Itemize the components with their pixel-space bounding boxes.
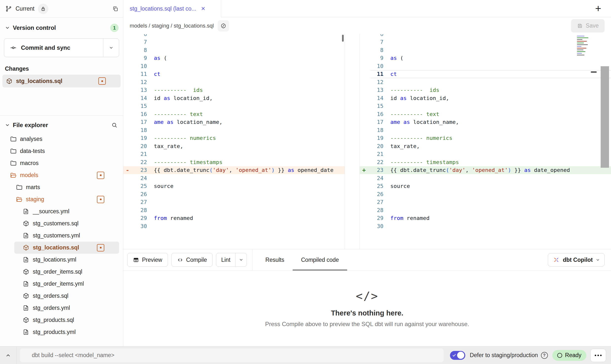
code-line[interactable]: 29from renamed (360, 214, 611, 222)
code-line[interactable]: 28 (360, 206, 611, 214)
code-line[interactable]: 15 (123, 102, 345, 110)
code-line[interactable]: 24 (360, 174, 611, 182)
code-line[interactable]: 9as ( (360, 54, 611, 62)
code-line[interactable]: 14id as location_id, (123, 94, 345, 102)
code-line[interactable]: 24 (123, 174, 345, 182)
code-line[interactable]: 22---------- timestamps (360, 158, 611, 166)
duplicate-tab-icon[interactable] (112, 6, 119, 12)
code-line[interactable]: 9as ( (123, 54, 345, 62)
save-button[interactable]: Save (571, 19, 605, 33)
tab-compiled-code[interactable]: Compiled code (293, 249, 347, 270)
code-line[interactable]: 25source (123, 182, 345, 190)
command-input[interactable]: dbt build --select <model_name> (20, 348, 444, 362)
tab-stg-locations[interactable]: stg_locations.sql (last co... × (123, 0, 221, 17)
code-line[interactable]: 16---------- text (360, 110, 611, 118)
tree-item[interactable]: stg_locations.yml (0, 254, 119, 266)
code-line[interactable]: 10 (360, 62, 611, 70)
code-line[interactable]: 26 (360, 190, 611, 198)
code-line[interactable]: +23{{ dbt.date_trunc('day', 'opened_at')… (360, 166, 611, 174)
tree-item[interactable]: staging (0, 193, 119, 205)
code-line[interactable]: 20tax_rate, (123, 142, 345, 150)
code-line[interactable]: 17ame as location_name, (360, 118, 611, 126)
code-line[interactable]: 20tax_rate, (360, 142, 611, 150)
tree-item[interactable]: stg_customers.yml (0, 230, 119, 242)
code-line[interactable]: 16---------- text (123, 110, 345, 118)
tree-item[interactable]: analyses (0, 133, 119, 145)
code-line[interactable]: 12 (123, 78, 345, 86)
code-line[interactable]: 30 (360, 222, 611, 230)
code-line[interactable]: 11ct (360, 70, 611, 78)
code-line[interactable]: 15 (360, 102, 611, 110)
code-line[interactable]: 18 (360, 126, 611, 134)
diff-pane-original[interactable]: 6789as (1011ct1213---------- ids14id as … (123, 34, 345, 249)
more-options-button[interactable] (590, 349, 606, 362)
code-line[interactable]: 30 (123, 222, 345, 230)
minimap[interactable] (575, 35, 592, 58)
pane-scrollbar-thumb[interactable] (342, 35, 344, 42)
tree-item[interactable]: models (0, 169, 119, 181)
compile-button[interactable]: Compile (171, 253, 213, 267)
tree-item[interactable]: marts (0, 181, 119, 193)
code-line[interactable]: 8 (360, 46, 611, 54)
version-control-header[interactable]: Version control 1 (0, 22, 123, 33)
expand-command-bar-button[interactable] (0, 347, 16, 364)
code-line[interactable]: 14id as location_id, (360, 94, 611, 102)
code-line[interactable]: 29from renamed (123, 214, 345, 222)
tree-item[interactable]: stg_products.yml (0, 326, 119, 338)
code-line[interactable]: 6 (123, 34, 345, 38)
code-text: id as location_id, (147, 95, 213, 101)
code-line[interactable]: 19---------- numerics (360, 134, 611, 142)
code-line[interactable]: 10 (123, 62, 345, 70)
tree-item[interactable]: stg_products.sql (0, 314, 119, 326)
search-icon[interactable] (111, 122, 118, 128)
code-line[interactable]: 22---------- timestamps (123, 158, 345, 166)
tree-item[interactable]: stg_orders.sql (0, 290, 119, 302)
tree-item[interactable]: stg_order_items.yml (0, 278, 119, 290)
commit-options-caret[interactable] (103, 39, 119, 57)
tree-item[interactable]: stg_orders.yml (0, 302, 119, 314)
defer-toggle[interactable] (450, 351, 465, 360)
close-icon[interactable]: × (201, 5, 205, 12)
lineage-chip[interactable] (218, 20, 229, 32)
status-ready-badge[interactable]: Ready (552, 350, 586, 361)
tree-item[interactable]: data-tests (0, 145, 119, 157)
preview-button[interactable]: Preview (127, 253, 168, 267)
code-line[interactable]: 19---------- numerics (123, 134, 345, 142)
tree-item[interactable]: __sources.yml (0, 205, 119, 217)
diff-pane-modified[interactable]: 6789as (1011ct1213---------- ids14id as … (359, 34, 611, 249)
code-line[interactable]: 21 (123, 150, 345, 158)
code-line[interactable]: 13---------- ids (123, 86, 345, 94)
code-line[interactable]: 13---------- ids (360, 86, 611, 94)
new-tab-button[interactable]: + (592, 3, 604, 15)
code-line[interactable]: 27 (123, 198, 345, 206)
code-line[interactable]: 18 (123, 126, 345, 134)
scrollbar-thumb[interactable] (601, 66, 609, 168)
code-line[interactable]: 26 (123, 190, 345, 198)
code-line[interactable]: 7 (360, 38, 611, 46)
code-line[interactable]: -23{{ dbt.date_trunc('day', 'opened_at')… (123, 166, 345, 174)
code-line[interactable]: 8 (123, 46, 345, 54)
code-line[interactable]: 27 (360, 198, 611, 206)
lint-options-caret[interactable] (235, 253, 247, 266)
code-line[interactable]: 11ct (123, 70, 345, 78)
file-explorer-header[interactable]: File explorer (0, 118, 123, 132)
lint-button[interactable]: Lint (216, 253, 235, 266)
commit-and-sync-button[interactable]: Commit and sync (4, 38, 119, 57)
tab-results[interactable]: Results (257, 249, 293, 270)
code-line[interactable]: 6 (360, 34, 611, 38)
changed-file-item[interactable]: stg_locations.sql (2, 75, 121, 87)
editor-scrollbar[interactable] (601, 34, 610, 249)
panel-resize-handle[interactable] (591, 71, 597, 73)
tree-item[interactable]: stg_locations.sql (14, 242, 119, 254)
code-line[interactable]: 28 (123, 206, 345, 214)
dbt-copilot-button[interactable]: dbt Copilot (548, 253, 605, 266)
tree-item[interactable]: macros (0, 157, 119, 169)
tree-item[interactable]: stg_customers.sql (0, 217, 119, 230)
code-line[interactable]: 7 (123, 38, 345, 46)
tree-item[interactable]: stg_order_items.sql (0, 266, 119, 278)
help-icon[interactable]: ? (541, 352, 548, 359)
code-line[interactable]: 21 (360, 150, 611, 158)
code-line[interactable]: 17ame as location_name, (123, 118, 345, 126)
code-line[interactable]: 12 (360, 78, 611, 86)
code-line[interactable]: 25source (360, 182, 611, 190)
